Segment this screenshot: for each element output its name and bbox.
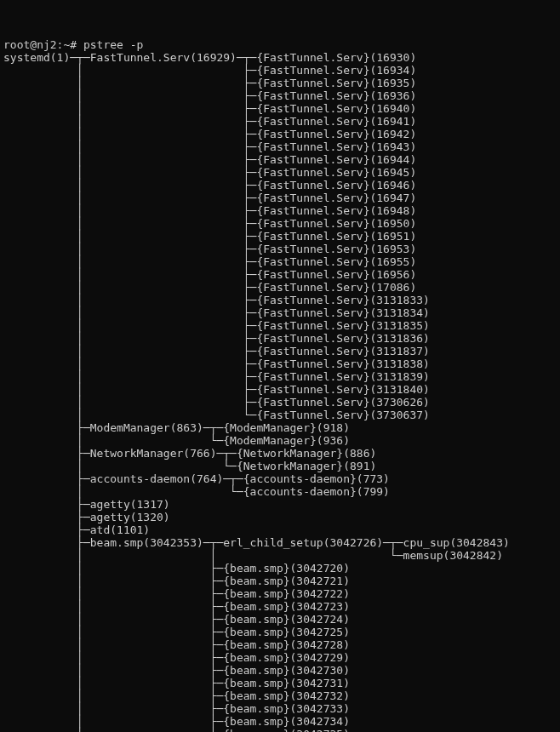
terminal-output: root@nj2:~# pstree -p systemd(1)─┬─FastT… — [0, 37, 560, 732]
